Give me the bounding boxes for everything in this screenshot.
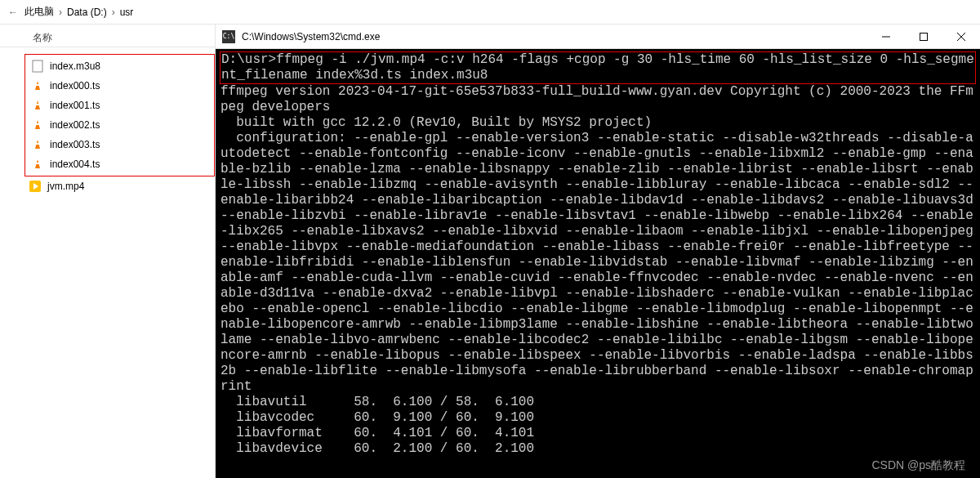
terminal-output[interactable]: D:\usr>ffmpeg -i ./jvm.mp4 -c:v h264 -fl… [216,49,980,478]
file-item[interactable]: index003.ts [27,135,212,154]
file-label: index002.ts [50,119,100,131]
file-label: index001.ts [50,100,100,111]
highlighted-command: D:\usr>ffmpeg -i ./jvm.mp4 -c:v h264 -fl… [220,51,976,84]
svg-rect-2 [35,84,40,86]
svg-rect-6 [35,123,40,125]
cmd-app-icon: C:\ [222,30,235,43]
svg-rect-4 [35,104,40,105]
file-label: index003.ts [50,139,100,150]
svg-rect-14 [920,33,928,40]
minimize-button[interactable] [867,25,905,48]
breadcrumb-item[interactable]: 此电脑 [23,5,56,19]
terminal-text: ffmpeg version 2023-04-17-git-65e537b833… [220,84,980,456]
file-item[interactable]: index004.ts [27,154,212,174]
window-titlebar: C:\ C:\Windows\System32\cmd.exe [216,25,980,49]
file-icon [30,59,45,74]
file-item[interactable]: index.m3u8 [27,56,212,76]
media-play-icon [28,179,42,194]
file-item[interactable]: index000.ts [27,76,212,96]
vlc-icon [30,78,45,93]
vlc-icon [30,137,45,152]
cmd-window: C:\ C:\Windows\System32\cmd.exe D:\usr>f… [216,25,980,478]
svg-rect-0 [33,60,42,72]
file-label: index000.ts [50,80,100,92]
close-button[interactable] [942,25,980,48]
vlc-icon [30,157,45,172]
svg-rect-10 [35,163,40,164]
file-label: jvm.mp4 [47,181,84,192]
file-item[interactable]: jvm.mp4 [24,176,215,196]
maximize-button[interactable] [905,25,942,48]
vlc-icon [30,98,45,113]
file-label: index.m3u8 [50,60,100,72]
breadcrumb: ← 此电脑 › Data (D:) › usr [0,0,980,25]
breadcrumb-item[interactable]: Data (D:) [65,7,109,18]
breadcrumb-sep: › [56,7,65,18]
svg-rect-8 [35,143,40,145]
file-explorer-panel: 名称 index.m3u8 index000.ts [0,25,216,478]
back-button[interactable]: ← [3,7,23,18]
file-item[interactable]: index002.ts [27,115,212,135]
vlc-icon [30,118,45,132]
file-label: index004.ts [50,159,100,170]
column-header-name[interactable]: 名称 [0,29,215,47]
watermark-text: CSDN @ps酷教程 [871,458,965,473]
breadcrumb-sep: › [109,7,118,18]
highlighted-files-box: index.m3u8 index000.ts index001.ts [24,54,215,176]
window-title: C:\Windows\System32\cmd.exe [242,31,867,42]
file-list: index.m3u8 index000.ts index001.ts [0,47,215,196]
breadcrumb-item[interactable]: usr [118,7,136,18]
file-item[interactable]: index001.ts [27,96,212,115]
